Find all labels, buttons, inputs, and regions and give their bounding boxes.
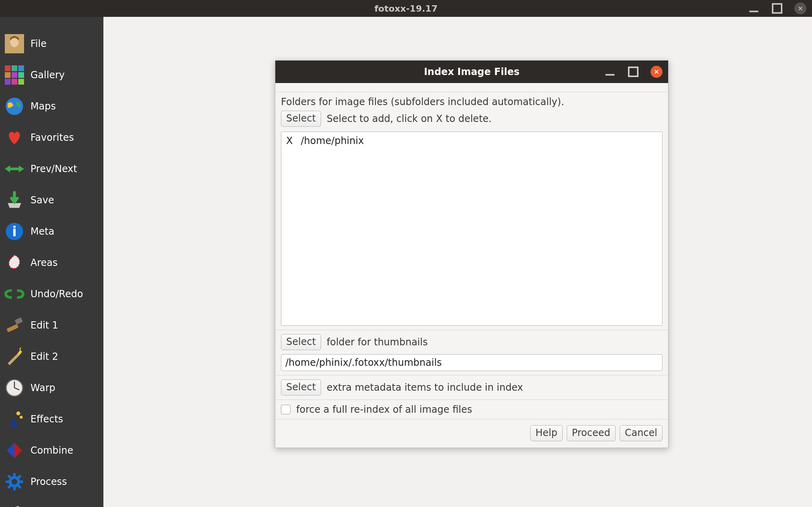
dialog-close-button[interactable] bbox=[650, 66, 663, 78]
sidebar-item-undoredo[interactable]: Undo/Redo bbox=[0, 284, 103, 304]
sidebar-item-effects[interactable]: Effects bbox=[0, 409, 103, 429]
main-titlebar: fotoxx-19.17 bbox=[0, 0, 812, 17]
sidebar-item-label: Effects bbox=[30, 414, 63, 425]
maps-icon bbox=[4, 96, 25, 116]
effects-icon bbox=[4, 409, 25, 429]
svg-line-30 bbox=[18, 486, 21, 488]
svg-rect-5 bbox=[12, 65, 17, 71]
file-icon bbox=[4, 34, 25, 54]
edit2-icon bbox=[4, 347, 25, 367]
window-close-button[interactable] bbox=[794, 2, 806, 14]
sidebar-item-file[interactable]: File bbox=[0, 34, 103, 54]
combine-icon bbox=[4, 440, 25, 460]
sidebar-item-label: Areas bbox=[30, 257, 58, 268]
svg-rect-36 bbox=[606, 74, 615, 76]
thumbnails-path-input[interactable] bbox=[281, 354, 663, 371]
svg-rect-9 bbox=[18, 72, 24, 78]
select-folders-button[interactable]: Select bbox=[281, 111, 321, 127]
gallery-icon bbox=[4, 65, 25, 85]
save-icon bbox=[4, 190, 25, 210]
tools-icon bbox=[4, 503, 25, 507]
sidebar-item-label: Undo/Redo bbox=[30, 288, 83, 300]
sidebar-item-tools[interactable]: Tools bbox=[0, 503, 103, 507]
svg-rect-37 bbox=[629, 67, 638, 77]
select-thumbnails-button[interactable]: Select bbox=[281, 334, 321, 350]
sidebar: File Gallery bbox=[0, 17, 103, 507]
svg-rect-1 bbox=[773, 4, 782, 13]
sidebar-item-label: Favorites bbox=[30, 132, 74, 143]
index-dialog: Index Image Files bbox=[275, 60, 669, 448]
thumbnails-label: folder for thumbnails bbox=[327, 337, 428, 348]
svg-line-31 bbox=[18, 475, 21, 478]
content-area: Index Image Files bbox=[103, 17, 812, 507]
svg-rect-18 bbox=[15, 317, 23, 324]
sidebar-item-meta[interactable]: i Meta bbox=[0, 221, 103, 241]
select-metadata-button[interactable]: Select bbox=[281, 379, 321, 395]
svg-text:i: i bbox=[12, 224, 17, 239]
folder-delete-x[interactable]: X bbox=[286, 135, 293, 146]
sidebar-item-edit2[interactable]: Edit 2 bbox=[0, 347, 103, 367]
cancel-button[interactable]: Cancel bbox=[620, 425, 663, 441]
svg-rect-12 bbox=[18, 79, 24, 85]
sidebar-item-maps[interactable]: Maps bbox=[0, 96, 103, 116]
sidebar-item-save[interactable]: Save bbox=[0, 190, 103, 210]
svg-point-24 bbox=[10, 477, 19, 486]
select-hint: Select to add, click on X to delete. bbox=[327, 113, 492, 124]
favorites-icon bbox=[4, 128, 25, 148]
prevnext-icon bbox=[4, 159, 25, 179]
dialog-actions: Help Proceed Cancel bbox=[281, 425, 663, 441]
process-icon bbox=[4, 472, 25, 492]
sidebar-item-label: File bbox=[30, 38, 46, 49]
folder-list[interactable]: X /home/phinix bbox=[281, 132, 663, 326]
svg-rect-4 bbox=[5, 65, 10, 71]
dialog-maximize-button[interactable] bbox=[627, 66, 639, 78]
sidebar-item-edit1[interactable]: Edit 1 bbox=[0, 315, 103, 335]
sidebar-item-label: Save bbox=[30, 195, 54, 206]
sidebar-item-label: Gallery bbox=[30, 69, 65, 81]
svg-rect-17 bbox=[6, 324, 18, 333]
sidebar-item-combine[interactable]: Combine bbox=[0, 440, 103, 460]
svg-point-23 bbox=[20, 416, 22, 419]
extra-metadata-label: extra metadata items to include in index bbox=[327, 382, 523, 393]
window-maximize-button[interactable] bbox=[771, 2, 783, 14]
svg-rect-7 bbox=[5, 72, 10, 78]
sidebar-item-label: Edit 2 bbox=[30, 351, 58, 362]
sidebar-item-gallery[interactable]: Gallery bbox=[0, 65, 103, 85]
sidebar-item-areas[interactable]: Areas bbox=[0, 253, 103, 273]
svg-rect-14 bbox=[10, 168, 19, 170]
dialog-title: Index Image Files bbox=[424, 66, 520, 77]
help-button[interactable]: Help bbox=[530, 425, 563, 441]
dialog-titlebar: Index Image Files bbox=[275, 61, 668, 83]
app-title: fotoxx-19.17 bbox=[374, 4, 437, 14]
sidebar-item-label: Meta bbox=[30, 226, 55, 237]
undoredo-icon bbox=[4, 284, 25, 304]
sidebar-item-label: Combine bbox=[30, 445, 73, 456]
svg-rect-6 bbox=[18, 65, 24, 71]
window-minimize-button[interactable] bbox=[748, 2, 760, 14]
sidebar-item-warp[interactable]: Warp bbox=[0, 378, 103, 398]
sidebar-item-process[interactable]: Process bbox=[0, 472, 103, 492]
sidebar-item-label: Warp bbox=[30, 382, 55, 393]
dialog-minimize-button[interactable] bbox=[604, 66, 616, 78]
sidebar-item-favorites[interactable]: Favorites bbox=[0, 128, 103, 148]
sidebar-item-label: Edit 1 bbox=[30, 320, 58, 331]
areas-icon bbox=[4, 253, 25, 273]
warp-icon bbox=[4, 378, 25, 398]
svg-line-32 bbox=[8, 486, 10, 488]
force-reindex-label: force a full re-index of all image files bbox=[296, 404, 472, 415]
svg-point-22 bbox=[16, 412, 20, 416]
sidebar-item-label: Prev/Next bbox=[30, 163, 77, 174]
sidebar-item-prevnext[interactable]: Prev/Next bbox=[0, 159, 103, 179]
force-reindex-checkbox[interactable] bbox=[281, 405, 291, 414]
edit1-icon bbox=[4, 315, 25, 335]
svg-rect-11 bbox=[12, 79, 17, 85]
proceed-button[interactable]: Proceed bbox=[567, 425, 616, 441]
folder-path: /home/phinix bbox=[301, 135, 364, 146]
svg-rect-10 bbox=[5, 79, 10, 85]
folder-row: X /home/phinix bbox=[286, 135, 657, 146]
svg-rect-0 bbox=[749, 11, 759, 12]
svg-rect-8 bbox=[12, 72, 17, 78]
sidebar-item-label: Process bbox=[30, 476, 67, 487]
sidebar-item-label: Maps bbox=[30, 101, 56, 112]
svg-line-29 bbox=[8, 475, 10, 478]
